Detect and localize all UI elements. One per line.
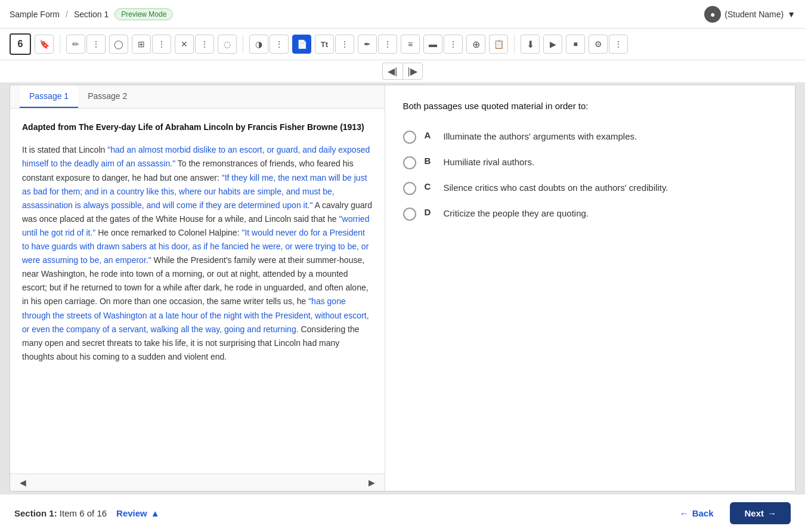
underline-group: ▬ ⋮ <box>423 35 463 54</box>
split-right-button[interactable]: |▶ <box>402 63 423 80</box>
radio-c[interactable] <box>403 182 416 195</box>
radio-b[interactable] <box>403 156 416 169</box>
stop-button[interactable]: ■ <box>566 35 585 54</box>
contrast-button[interactable]: ◑ <box>249 35 268 54</box>
item-info: Item 6 of 16 <box>60 508 107 518</box>
question-text: Both passages use quoted material in ord… <box>403 100 778 113</box>
main-content-area: Passage 1 Passage 2 Adapted from The Eve… <box>0 82 805 494</box>
text-size-more-button[interactable]: ⋮ <box>335 35 354 54</box>
answer-option-a[interactable]: A Illuminate the authors' arguments with… <box>403 130 778 144</box>
breadcrumb-section: Section 1 <box>74 10 109 19</box>
contrast-group: ◑ ⋮ <box>249 35 289 54</box>
annotation-group: ✏ ⋮ <box>66 35 106 54</box>
back-arrow-icon: ← <box>680 508 689 518</box>
calculator-button[interactable]: ⊞ <box>132 35 151 54</box>
scroll-right-button[interactable]: ▶ <box>364 477 380 488</box>
answer-text-d: Criticize the people they are quoting. <box>444 207 589 221</box>
calculator-group: ⊞ ⋮ <box>132 35 171 54</box>
section-label: Section 1: <box>14 508 57 518</box>
passage-tabs: Passage 1 Passage 2 <box>10 85 385 109</box>
toolbar-divider-2 <box>243 35 243 54</box>
section-info: Section 1: Item 6 of 16 <box>14 508 107 518</box>
text-size-button[interactable]: Tt <box>315 35 334 54</box>
passage-content[interactable]: Adapted from The Every-day Life of Abrah… <box>10 109 385 474</box>
breadcrumb: Sample Form / Section 1 Preview Mode <box>10 8 173 20</box>
settings-more-button[interactable]: ⋮ <box>609 35 628 54</box>
cross-group: ✕ ⋮ <box>175 35 214 54</box>
zoom-button[interactable]: ⊕ <box>466 35 485 54</box>
passage-title: Adapted from The Every-day Life of Abrah… <box>22 120 373 134</box>
answer-text-c: Silence critics who cast doubts on the a… <box>444 181 668 195</box>
document-button[interactable]: 📄 <box>292 35 311 54</box>
passage-pane: Passage 1 Passage 2 Adapted from The Eve… <box>10 85 385 491</box>
footer: Section 1: Item 6 of 16 Review ▲ ← Back … <box>0 494 805 532</box>
back-button[interactable]: ← Back <box>670 503 723 523</box>
answer-letter-a: A <box>425 130 435 140</box>
pencil-more-button[interactable]: ⋮ <box>86 35 106 54</box>
hide-button[interactable]: ◌ <box>218 35 237 54</box>
answer-option-d[interactable]: D Criticize the people they are quoting. <box>403 207 778 221</box>
contrast-more-button[interactable]: ⋮ <box>270 35 289 54</box>
answer-letter-d: D <box>425 207 435 217</box>
pen-more-button[interactable]: ⋮ <box>378 35 397 54</box>
user-menu[interactable]: ● (Student Name) ▼ <box>704 6 795 23</box>
answer-option-b[interactable]: B Humiliate rival authors. <box>403 156 778 169</box>
app-header: Sample Form / Section 1 Preview Mode ● (… <box>0 0 805 29</box>
item-number-badge: 6 <box>10 33 31 55</box>
back-label: Back <box>692 508 714 518</box>
preview-mode-badge: Preview Mode <box>114 8 173 20</box>
bookmark-button[interactable]: 🔖 <box>35 35 54 54</box>
tab-passage1[interactable]: Passage 1 <box>20 85 78 108</box>
toolbar-divider-1 <box>60 35 60 54</box>
next-button[interactable]: Next → <box>730 502 791 524</box>
next-label: Next <box>744 508 764 518</box>
split-left-button[interactable]: ◀| <box>382 63 402 80</box>
footer-right: ← Back Next → <box>670 502 791 524</box>
footer-left: Section 1: Item 6 of 16 Review ▲ <box>14 508 160 518</box>
passage-scroll-arrows: ◀ ▶ <box>10 474 385 491</box>
clipboard-button[interactable]: 📋 <box>489 35 508 54</box>
dropdown-arrow-icon: ▼ <box>787 10 795 19</box>
review-button[interactable]: Review ▲ <box>116 508 160 518</box>
split-controls: ◀| |▶ <box>0 60 805 82</box>
answer-option-c[interactable]: C Silence critics who cast doubts on the… <box>403 181 778 195</box>
underline-button[interactable]: ▬ <box>423 35 442 54</box>
answer-text-a: Illuminate the authors' arguments with e… <box>444 130 637 144</box>
breadcrumb-form: Sample Form <box>10 10 60 19</box>
radio-a[interactable] <box>403 131 416 144</box>
content-wrapper: Passage 1 Passage 2 Adapted from The Eve… <box>10 85 795 491</box>
question-pane: Both passages use quoted material in ord… <box>385 85 795 491</box>
lasso-button[interactable]: ◯ <box>109 35 128 54</box>
user-avatar-icon: ● <box>704 6 721 23</box>
review-arrow-icon: ▲ <box>151 508 160 518</box>
user-name: (Student Name) <box>724 10 784 19</box>
toolbar-divider-3 <box>514 35 515 54</box>
quote5: "has gone through the streets of Washing… <box>22 296 369 333</box>
cross-more-button[interactable]: ⋮ <box>195 35 214 54</box>
pen-group: ✒ ⋮ <box>358 35 397 54</box>
scroll-left-button[interactable]: ◀ <box>15 477 31 488</box>
answer-text-b: Humiliate rival authors. <box>444 156 535 169</box>
cross-button[interactable]: ✕ <box>175 35 194 54</box>
breadcrumb-separator: / <box>66 10 68 19</box>
tab-passage2[interactable]: Passage 2 <box>78 85 137 108</box>
main-toolbar: 6 🔖 ✏ ⋮ ◯ ⊞ ⋮ ✕ ⋮ ◌ ◑ ⋮ 📄 Tt ⋮ ✒ ⋮ ≡ ▬ ⋮… <box>0 29 805 60</box>
download-button[interactable]: ⬇ <box>521 35 540 54</box>
answer-letter-b: B <box>425 156 435 166</box>
quote2: "If they kill me, the next man will be j… <box>22 173 367 210</box>
lines-button[interactable]: ≡ <box>401 35 420 54</box>
radio-d[interactable] <box>403 208 416 221</box>
review-label: Review <box>116 508 147 518</box>
settings-group: ⚙ ⋮ <box>589 35 628 54</box>
play-button[interactable]: ▶ <box>543 35 562 54</box>
calculator-more-button[interactable]: ⋮ <box>152 35 171 54</box>
settings-button[interactable]: ⚙ <box>589 35 608 54</box>
pen-button[interactable]: ✒ <box>358 35 377 54</box>
underline-more-button[interactable]: ⋮ <box>444 35 463 54</box>
answer-options-list: A Illuminate the authors' arguments with… <box>403 130 778 221</box>
passage-body: It is stated that Lincoln "had an almost… <box>22 143 373 364</box>
quote1: "had an almost morbid dislike to an esco… <box>22 145 370 168</box>
text-size-group: Tt ⋮ <box>315 35 354 54</box>
pencil-button[interactable]: ✏ <box>66 35 85 54</box>
next-arrow-icon: → <box>767 508 776 518</box>
